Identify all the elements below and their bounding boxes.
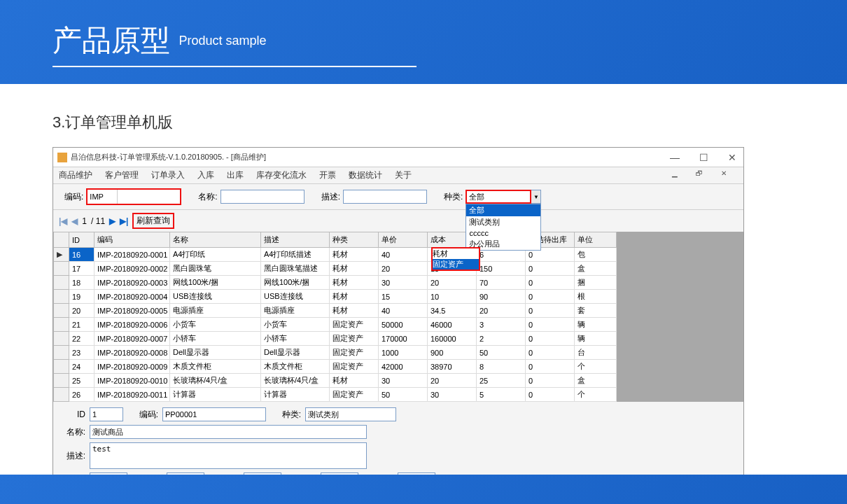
- cell-desc[interactable]: 木质文件柜: [261, 360, 330, 374]
- submenu-consumable[interactable]: 耗材: [433, 248, 479, 259]
- menu-product[interactable]: 商品维护: [59, 169, 92, 181]
- next-page-button[interactable]: ▶: [109, 216, 115, 226]
- cell-desc[interactable]: 长玻璃杯/4只/盒: [261, 374, 330, 388]
- cell-name[interactable]: 木质文件柜: [170, 360, 261, 374]
- cell-code[interactable]: IMP-20180920-0009: [94, 360, 170, 374]
- name-input[interactable]: [220, 190, 304, 204]
- code-input-ext[interactable]: [117, 190, 180, 204]
- cell-qty[interactable]: 25: [477, 374, 526, 388]
- cell-code[interactable]: IMP-20180920-0001: [94, 248, 170, 262]
- cell-frozen[interactable]: 0: [526, 332, 575, 346]
- cell-id[interactable]: 23: [69, 346, 94, 360]
- dropdown-icon[interactable]: ▼: [531, 190, 541, 204]
- cell-type[interactable]: 固定资产: [330, 332, 379, 346]
- cell-unit[interactable]: 盒: [575, 374, 617, 388]
- table-row[interactable]: 24IMP-20180920-0009木质文件柜木质文件柜固定资产4200038…: [54, 360, 743, 374]
- cell-name[interactable]: 计算器: [170, 388, 261, 402]
- table-row[interactable]: 17IMP-20180920-0002黑白圆珠笔黑白圆珠笔描述耗材2015150…: [54, 262, 743, 276]
- menu-about[interactable]: 关于: [395, 169, 412, 181]
- refresh-query-button[interactable]: 刷新查询: [132, 213, 174, 229]
- type-select[interactable]: [465, 190, 531, 204]
- cell-desc[interactable]: 计算器: [261, 388, 330, 402]
- col-price[interactable]: 单价: [379, 232, 428, 248]
- cell-frozen[interactable]: 0: [526, 318, 575, 332]
- data-grid[interactable]: ID 编码 名称 描述 种类 单价 成本 数量 冻结待出库 单位 ▶16IMP-…: [53, 232, 743, 402]
- cell-unit[interactable]: 包: [575, 248, 617, 262]
- first-page-button[interactable]: |◀: [59, 216, 67, 226]
- menu-out[interactable]: 出库: [227, 169, 244, 181]
- menu-order[interactable]: 订单录入: [151, 169, 185, 181]
- cell-cost[interactable]: 20: [428, 276, 477, 290]
- cell-cost[interactable]: 10: [428, 290, 477, 304]
- dd-opt-all[interactable]: 全部: [466, 204, 540, 216]
- cell-code[interactable]: IMP-20180920-0008: [94, 346, 170, 360]
- cell-type[interactable]: 固定资产: [330, 388, 379, 402]
- menu-stats[interactable]: 数据统计: [349, 169, 382, 181]
- cell-qty[interactable]: 8: [477, 360, 526, 374]
- col-type[interactable]: 种类: [330, 232, 379, 248]
- cell-price[interactable]: 42000: [379, 360, 428, 374]
- child-min-button[interactable]: ▁: [672, 169, 678, 177]
- cell-type[interactable]: 耗材: [330, 304, 379, 318]
- cell-unit[interactable]: 个: [575, 360, 617, 374]
- col-unit[interactable]: 单位: [575, 232, 617, 248]
- cell-name[interactable]: USB连接线: [170, 290, 261, 304]
- col-id[interactable]: ID: [69, 232, 94, 248]
- cell-id[interactable]: 19: [69, 290, 94, 304]
- cell-id[interactable]: 24: [69, 360, 94, 374]
- d-type-input[interactable]: [305, 407, 396, 421]
- cell-code[interactable]: IMP-20180920-0004: [94, 290, 170, 304]
- cell-price[interactable]: 50000: [379, 318, 428, 332]
- cell-code[interactable]: IMP-20180920-0005: [94, 304, 170, 318]
- prev-page-button[interactable]: ◀: [71, 216, 78, 226]
- cell-unit[interactable]: 套: [575, 304, 617, 318]
- cell-price[interactable]: 30: [379, 276, 428, 290]
- cell-name[interactable]: 网线100米/捆: [170, 276, 261, 290]
- cell-unit[interactable]: 台: [575, 346, 617, 360]
- table-row[interactable]: 20IMP-20180920-0005电源插座电源插座耗材4034.5200套: [54, 304, 743, 318]
- cell-qty[interactable]: 20: [477, 304, 526, 318]
- cell-name[interactable]: 长玻璃杯/4只/盒: [170, 374, 261, 388]
- cell-price[interactable]: 40: [379, 304, 428, 318]
- close-button[interactable]: ✕: [725, 152, 739, 163]
- cell-price[interactable]: 15: [379, 290, 428, 304]
- desc-input[interactable]: [343, 190, 427, 204]
- code-input[interactable]: [88, 190, 117, 204]
- cell-unit[interactable]: 捆: [575, 276, 617, 290]
- cell-qty[interactable]: 3: [477, 318, 526, 332]
- cell-desc[interactable]: Dell显示器: [261, 346, 330, 360]
- cell-cost[interactable]: 30: [428, 388, 477, 402]
- cell-type[interactable]: 耗材: [330, 374, 379, 388]
- cell-price[interactable]: 40: [379, 248, 428, 262]
- cell-qty[interactable]: 90: [477, 290, 526, 304]
- cell-cost[interactable]: 38970: [428, 360, 477, 374]
- col-desc[interactable]: 描述: [261, 232, 330, 248]
- minimize-button[interactable]: —: [667, 152, 682, 163]
- cell-type[interactable]: 耗材: [330, 262, 379, 276]
- cell-code[interactable]: IMP-20180920-0010: [94, 374, 170, 388]
- cell-cost[interactable]: 20: [428, 374, 477, 388]
- cell-frozen[interactable]: 0: [526, 374, 575, 388]
- cell-type[interactable]: 耗材: [330, 276, 379, 290]
- cell-qty[interactable]: 2: [477, 332, 526, 346]
- table-row[interactable]: 19IMP-20180920-0004USB连接线USB连接线耗材1510900…: [54, 290, 743, 304]
- d-code-input[interactable]: [162, 407, 266, 421]
- cell-price[interactable]: 1000: [379, 346, 428, 360]
- cell-frozen[interactable]: 0: [526, 388, 575, 402]
- cell-id[interactable]: 22: [69, 332, 94, 346]
- col-code[interactable]: 编码: [94, 232, 170, 248]
- col-name[interactable]: 名称: [170, 232, 261, 248]
- dd-opt-cc[interactable]: ccccc: [466, 228, 540, 238]
- cell-id[interactable]: 17: [69, 262, 94, 276]
- cell-price[interactable]: 20: [379, 262, 428, 276]
- cell-name[interactable]: Dell显示器: [170, 346, 261, 360]
- cell-cost[interactable]: 46000: [428, 318, 477, 332]
- menu-stock[interactable]: 库存变化流水: [256, 169, 307, 181]
- cell-type[interactable]: 固定资产: [330, 318, 379, 332]
- table-row[interactable]: 18IMP-20180920-0003网线100米/捆网线100米/捆耗材302…: [54, 276, 743, 290]
- cell-id[interactable]: 18: [69, 276, 94, 290]
- dd-opt-test[interactable]: 测试类别: [466, 216, 540, 228]
- maximize-button[interactable]: ☐: [696, 152, 711, 163]
- cell-id[interactable]: 26: [69, 388, 94, 402]
- table-row[interactable]: ▶16IMP-20180920-0001A4打印纸A4打印纸描述耗材4060包: [54, 248, 743, 262]
